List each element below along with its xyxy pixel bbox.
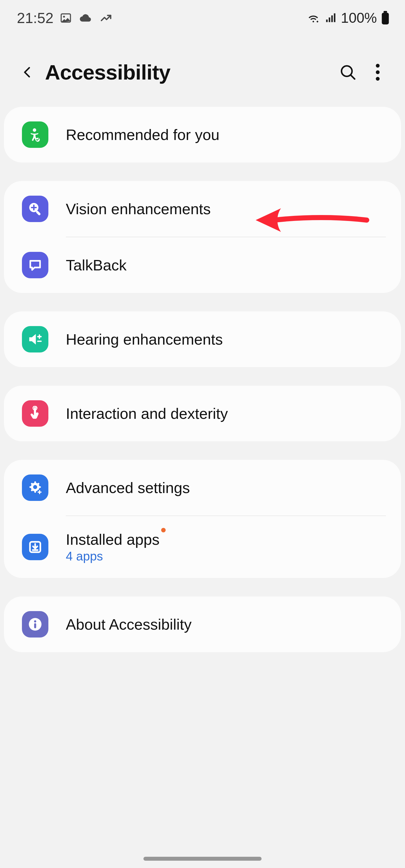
svg-rect-3 xyxy=(329,18,330,22)
item-about-accessibility[interactable]: About Accessibility xyxy=(4,596,401,652)
settings-group: About Accessibility xyxy=(4,596,401,652)
item-label: Recommended for you xyxy=(66,126,386,143)
item-label: Advanced settings xyxy=(66,479,386,496)
settings-group: Recommended for you xyxy=(4,107,401,162)
item-label: About Accessibility xyxy=(66,616,386,633)
touch-hand-icon xyxy=(22,400,48,427)
item-label: Hearing enhancements xyxy=(66,331,386,348)
settings-group: Advanced settings Installed apps 4 apps xyxy=(4,460,401,578)
item-label: Installed apps xyxy=(66,531,386,548)
signal-icon xyxy=(324,12,337,24)
settings-group: Hearing enhancements xyxy=(4,311,401,367)
image-icon xyxy=(60,12,72,24)
svg-rect-7 xyxy=(384,11,387,13)
accessibility-person-icon xyxy=(22,121,48,148)
cloud-icon xyxy=(78,12,93,24)
item-talkback[interactable]: TalkBack xyxy=(4,237,401,293)
svg-rect-5 xyxy=(334,13,336,22)
more-button[interactable] xyxy=(367,61,389,83)
more-vertical-icon xyxy=(375,64,380,81)
chevron-left-icon xyxy=(21,65,34,79)
svg-line-9 xyxy=(351,75,355,79)
notification-dot-icon xyxy=(161,528,166,532)
search-icon xyxy=(339,63,357,81)
item-vision-enhancements[interactable]: Vision enhancements xyxy=(4,181,401,237)
status-bar: 21:52 100% xyxy=(0,0,405,33)
item-text: Installed apps 4 apps xyxy=(66,531,386,563)
settings-list: Recommended for you Vision enhancements … xyxy=(0,107,405,652)
search-button[interactable] xyxy=(337,61,359,83)
gear-plus-icon xyxy=(22,474,48,501)
svg-point-13 xyxy=(33,128,36,132)
battery-percent-label: 100% xyxy=(341,10,377,26)
item-text: TalkBack xyxy=(66,256,386,274)
item-label: Interaction and dexterity xyxy=(66,405,386,422)
info-icon xyxy=(22,611,48,638)
wifi-icon xyxy=(306,12,321,24)
svg-rect-2 xyxy=(326,20,328,22)
svg-point-1 xyxy=(63,16,65,18)
settings-group: Interaction and dexterity xyxy=(4,386,401,441)
svg-point-10 xyxy=(376,64,379,67)
item-text: Advanced settings xyxy=(66,479,386,496)
status-right: 100% xyxy=(306,10,390,26)
item-text: Vision enhancements xyxy=(66,200,386,218)
item-advanced-settings[interactable]: Advanced settings xyxy=(4,460,401,516)
gesture-bar[interactable] xyxy=(143,857,262,861)
item-label: TalkBack xyxy=(66,256,386,274)
item-text: Recommended for you xyxy=(66,126,386,143)
trending-icon xyxy=(99,12,113,24)
magnifier-plus-icon xyxy=(22,196,48,222)
app-header: Accessibility xyxy=(0,33,405,107)
battery-icon xyxy=(381,11,390,25)
svg-point-17 xyxy=(33,485,37,489)
item-recommended-for-you[interactable]: Recommended for you xyxy=(4,107,401,162)
svg-point-12 xyxy=(376,77,379,81)
item-label-text: Installed apps xyxy=(66,531,160,548)
item-text: About Accessibility xyxy=(66,616,386,633)
svg-rect-4 xyxy=(331,16,333,22)
item-hearing-enhancements[interactable]: Hearing enhancements xyxy=(4,311,401,367)
svg-rect-22 xyxy=(34,623,36,628)
back-button[interactable] xyxy=(19,64,36,81)
svg-rect-6 xyxy=(382,13,389,25)
svg-point-11 xyxy=(376,70,379,74)
speaker-adjust-icon xyxy=(22,326,48,352)
page-title: Accessibility xyxy=(45,60,329,84)
item-text: Hearing enhancements xyxy=(66,331,386,348)
settings-group: Vision enhancements TalkBack xyxy=(4,181,401,293)
item-text: Interaction and dexterity xyxy=(66,405,386,422)
status-left: 21:52 xyxy=(17,9,113,26)
item-installed-apps[interactable]: Installed apps 4 apps xyxy=(4,516,401,578)
status-time: 21:52 xyxy=(17,9,53,26)
item-label: Vision enhancements xyxy=(66,200,386,218)
item-subtitle: 4 apps xyxy=(66,549,386,563)
download-icon xyxy=(22,534,48,560)
speech-bubble-icon xyxy=(22,252,48,278)
item-interaction-and-dexterity[interactable]: Interaction and dexterity xyxy=(4,386,401,441)
svg-point-21 xyxy=(34,620,36,623)
